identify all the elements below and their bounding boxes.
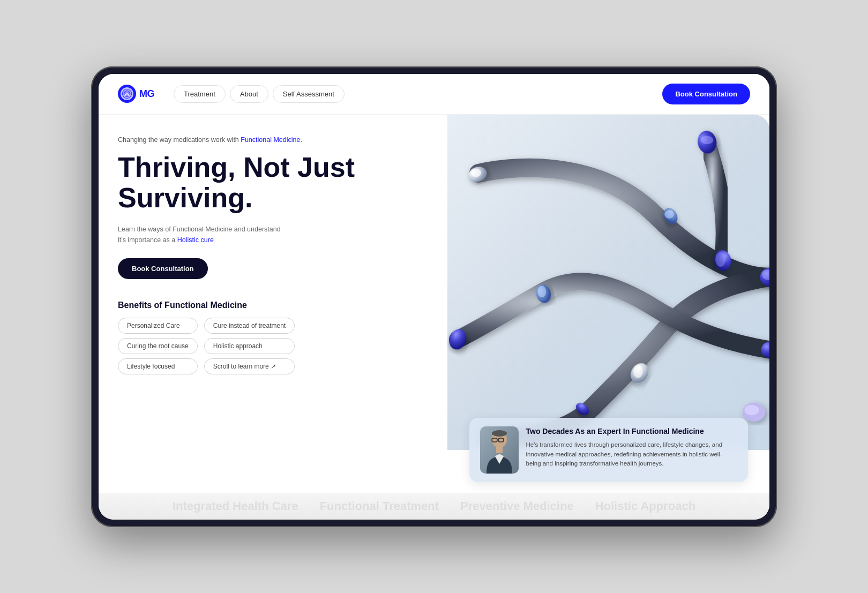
nav-about[interactable]: About — [230, 85, 268, 103]
bottom-item-1: Integrated Health Care — [173, 499, 298, 513]
navbar: MG Treatment About Self Assessment Book … — [99, 74, 769, 115]
svg-point-19 — [744, 404, 759, 415]
expert-card: Two Decades As an Expert In Functional M… — [469, 418, 748, 482]
svg-point-10 — [471, 168, 481, 177]
expert-info: Two Decades As an Expert In Functional M… — [526, 426, 737, 469]
benefits-title: Benefits of Functional Medicine — [118, 301, 428, 310]
bottom-strip: Integrated Health Care Functional Treatm… — [99, 493, 769, 520]
bottom-item-3: Preventive Medicine — [460, 499, 574, 513]
logo-icon — [118, 85, 136, 103]
svg-rect-26 — [496, 447, 503, 453]
device-frame: MG Treatment About Self Assessment Book … — [91, 66, 777, 527]
logo[interactable]: MG — [118, 85, 154, 103]
hero-subtitle: Changing the way medications work with F… — [118, 136, 428, 144]
svg-point-25 — [492, 430, 507, 437]
bottom-item-2: Functional Treatment — [320, 499, 439, 513]
expert-card-title: Two Decades As an Expert In Functional M… — [526, 426, 737, 436]
svg-point-2 — [701, 136, 713, 144]
expert-photo — [480, 426, 519, 474]
bottom-item-4: Holistic Approach — [595, 499, 695, 513]
benefit-cure-treatment: Cure instead of treatment — [204, 318, 295, 334]
book-consultation-hero-button[interactable]: Book Consultation — [118, 258, 208, 279]
dna-background — [447, 115, 769, 450]
nav-self-assessment[interactable]: Self Assessment — [273, 85, 345, 103]
benefit-lifestyle: Lifestyle focused — [118, 358, 198, 374]
left-section: Changing the way medications work with F… — [99, 115, 447, 493]
benefits-grid: Personalized Care Cure instead of treatm… — [118, 318, 295, 374]
benefits-section: Benefits of Functional Medicine Personal… — [118, 301, 428, 374]
svg-point-4 — [715, 252, 725, 266]
hero-title: Thriving, Not Just Surviving. — [118, 152, 428, 213]
functional-medicine-link[interactable]: Functional Medicine. — [241, 136, 302, 144]
hero-description: Learn the ways of Functional Medicine an… — [118, 224, 289, 245]
book-consultation-nav-button[interactable]: Book Consultation — [662, 84, 750, 104]
nav-links: Treatment About Self Assessment — [174, 85, 345, 103]
svg-point-12 — [633, 365, 642, 378]
nav-treatment[interactable]: Treatment — [174, 85, 226, 103]
main-content: Changing the way medications work with F… — [99, 115, 769, 493]
expert-card-description: He's transformed lives through personali… — [526, 440, 737, 469]
benefit-personalized-care: Personalized Care — [118, 318, 198, 334]
holistic-cure-link[interactable]: Holistic cure — [177, 236, 214, 244]
benefit-holistic: Holistic approach — [204, 338, 295, 354]
right-section: Two Decades As an Expert In Functional M… — [447, 115, 769, 493]
svg-point-14 — [538, 286, 547, 297]
scroll-learn-more-button[interactable]: Scroll to learn more ↗ — [204, 358, 295, 374]
benefit-root-cause: Curing the root cause — [118, 338, 198, 354]
dna-illustration — [447, 115, 769, 450]
svg-point-16 — [664, 210, 674, 219]
device-screen: MG Treatment About Self Assessment Book … — [99, 74, 769, 520]
logo-text: MG — [139, 88, 154, 100]
svg-point-0 — [123, 90, 131, 97]
